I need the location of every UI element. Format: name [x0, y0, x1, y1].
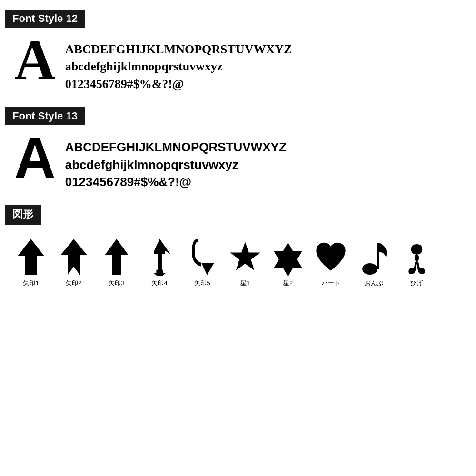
shape-label-yajirushi2: 矢印2: [66, 279, 81, 288]
font-style-12-big-letter: A: [14, 31, 56, 89]
shape-label-yajirushi4: 矢印4: [151, 279, 167, 288]
shape-icon-yajirushi1: [14, 238, 48, 276]
svg-marker-6: [153, 270, 166, 276]
shape-item-hoshi2: 星2: [267, 238, 309, 288]
shape-item-yajirushi3: 矢印3: [95, 238, 138, 288]
svg-marker-8: [230, 242, 260, 271]
shapes-header: 図形: [5, 205, 41, 225]
page: Font Style 12 A ABCDEFGHIJKLMNOPQRSTUVWX…: [0, 0, 476, 476]
svg-marker-0: [18, 239, 44, 275]
shape-label-heart: ハート: [322, 279, 340, 288]
shape-item-yajirushi2: 矢印2: [52, 238, 95, 288]
font-style-13-line-2: abcdefghijklmnopqrstuvwxyz: [65, 156, 287, 173]
font-style-12-line-1: ABCDEFGHIJKLMNOPQRSTUVWXYZ: [65, 41, 292, 58]
font-style-12-section: Font Style 12 A ABCDEFGHIJKLMNOPQRSTUVWX…: [5, 10, 471, 93]
font-style-13-header: Font Style 13: [5, 107, 85, 125]
shape-label-yajirushi3: 矢印3: [109, 279, 124, 288]
font-style-12-demo: A ABCDEFGHIJKLMNOPQRSTUVWXYZ abcdefghijk…: [5, 36, 471, 93]
shape-item-yajirushi4: 矢印4: [138, 238, 181, 288]
font-style-13-line-3: 0123456789#$%&?!@: [65, 173, 287, 190]
shape-item-yajirushi1: 矢印1: [10, 238, 52, 288]
font-style-13-big-letter: A: [14, 129, 56, 186]
font-style-12-char-lines: ABCDEFGHIJKLMNOPQRSTUVWXYZ abcdefghijklm…: [65, 36, 292, 93]
font-style-13-demo: A ABCDEFGHIJKLMNOPQRSTUVWXYZ abcdefghijk…: [5, 134, 471, 190]
svg-marker-9: [274, 243, 302, 277]
shape-icon-onpu: [357, 238, 390, 276]
svg-marker-7: [201, 263, 214, 275]
shape-label-hoshi2: 星2: [283, 279, 293, 288]
font-style-12-line-2: abcdefghijklmnopqrstuvwxyz: [65, 58, 292, 75]
shape-label-hoshi1: 星1: [240, 279, 250, 288]
shape-icon-yajirushi2: [57, 238, 90, 276]
shape-icon-hoshi1: [228, 238, 262, 276]
svg-rect-11: [377, 243, 379, 269]
shape-icon-hige: [400, 238, 433, 276]
shapes-section: 図形 矢印1 矢印2: [5, 205, 471, 288]
shape-label-onpu: おんぷ: [365, 279, 383, 288]
svg-marker-3: [105, 239, 129, 275]
shape-icon-hoshi2: [271, 238, 305, 276]
shape-icon-heart: [314, 238, 347, 276]
font-style-12-header: Font Style 12: [5, 10, 85, 28]
shape-item-onpu: おんぷ: [352, 238, 395, 288]
shape-item-hige: ひげ: [395, 238, 438, 288]
shape-label-hige: ひげ: [410, 279, 423, 288]
font-style-13-line-1: ABCDEFGHIJKLMNOPQRSTUVWXYZ: [65, 139, 287, 156]
svg-marker-5: [154, 239, 170, 254]
font-style-13-section: Font Style 13 A ABCDEFGHIJKLMNOPQRSTUVWX…: [5, 107, 471, 190]
shape-label-yajirushi5: 矢印5: [194, 279, 210, 288]
font-style-13-char-lines: ABCDEFGHIJKLMNOPQRSTUVWXYZ abcdefghijklm…: [65, 134, 287, 190]
shape-item-yajirushi5: 矢印5: [181, 238, 224, 288]
font-style-12-line-3: 0123456789#$%&?!@: [65, 76, 292, 93]
shape-icon-yajirushi3: [100, 238, 133, 276]
svg-point-10: [362, 263, 377, 275]
shape-label-yajirushi1: 矢印1: [23, 279, 39, 288]
shape-item-heart: ハート: [309, 238, 352, 288]
shape-icon-yajirushi4: [143, 238, 176, 276]
shape-icon-yajirushi5: [186, 238, 219, 276]
shape-item-hoshi1: 星1: [224, 238, 267, 288]
shapes-grid: 矢印1 矢印2 矢印3: [5, 238, 471, 288]
